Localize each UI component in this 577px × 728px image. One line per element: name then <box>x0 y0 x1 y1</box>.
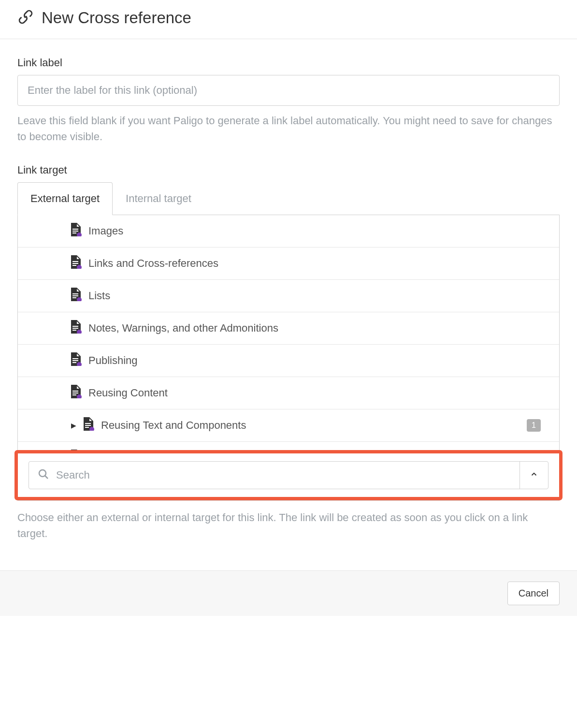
document-icon <box>70 352 82 369</box>
dialog-header: New Cross reference <box>0 0 577 39</box>
cancel-button[interactable]: Cancel <box>507 582 560 605</box>
svg-rect-17 <box>72 360 78 361</box>
document-icon <box>70 223 82 239</box>
svg-rect-21 <box>72 393 78 393</box>
target-tabs: External target Internal target <box>17 182 560 215</box>
svg-rect-10 <box>72 297 76 298</box>
document-icon <box>83 417 94 434</box>
tree-item[interactable]: ▶ Reusing Text and Components 1 <box>18 409 559 442</box>
svg-rect-5 <box>72 263 78 264</box>
svg-rect-26 <box>85 427 89 428</box>
tree-item[interactable]: Images <box>18 215 559 248</box>
svg-rect-9 <box>72 295 78 296</box>
document-icon <box>70 385 82 401</box>
svg-rect-0 <box>72 229 78 230</box>
dialog-title: New Cross reference <box>42 9 191 27</box>
tree-item-label: Publishing <box>88 354 138 367</box>
tree-item[interactable]: Reusing Content <box>18 377 559 409</box>
svg-rect-22 <box>72 394 76 395</box>
tree-item-label: Images <box>88 225 123 237</box>
link-icon <box>17 9 34 27</box>
svg-rect-6 <box>72 265 76 266</box>
svg-line-33 <box>45 476 48 479</box>
tree-item[interactable]: Links and Cross-references <box>18 248 559 280</box>
count-badge: 1 <box>527 419 541 432</box>
svg-rect-4 <box>72 261 78 262</box>
svg-rect-20 <box>72 391 78 392</box>
search-input[interactable] <box>56 469 511 481</box>
tab-internal-target[interactable]: Internal target <box>113 182 204 215</box>
svg-rect-18 <box>72 362 76 363</box>
collapse-button[interactable] <box>519 462 548 489</box>
link-target-label: Link target <box>17 164 560 176</box>
link-target-help: Choose either an external or internal ta… <box>17 510 560 541</box>
svg-rect-14 <box>72 330 76 331</box>
tree-item[interactable]: Publishing <box>18 345 559 377</box>
svg-rect-25 <box>85 425 91 426</box>
tree-item-label: Lists <box>88 290 110 302</box>
target-tree-panel: Images Links and Cross-references Lists <box>17 215 560 501</box>
search-icon <box>38 468 49 482</box>
tree-item-label: Reusing Content <box>88 387 168 399</box>
chevron-up-icon <box>530 470 538 481</box>
search-field[interactable] <box>29 462 519 489</box>
document-icon <box>70 320 82 336</box>
tree-item-label: Links and Cross-references <box>88 257 218 270</box>
document-icon <box>70 450 82 450</box>
tab-external-target[interactable]: External target <box>17 182 113 215</box>
link-label-input[interactable] <box>17 75 560 106</box>
search-highlight <box>14 450 563 500</box>
document-icon <box>70 255 82 272</box>
svg-rect-1 <box>72 231 78 232</box>
expand-caret-icon[interactable]: ▶ <box>71 422 76 429</box>
tree-item[interactable]: Lists <box>18 280 559 312</box>
document-icon <box>70 288 82 304</box>
link-label-help: Leave this field blank if you want Palig… <box>17 113 560 145</box>
tree-item-label: Reusing Text and Components <box>101 419 246 432</box>
link-label-label: Link label <box>17 57 560 69</box>
svg-point-32 <box>39 470 46 477</box>
search-row <box>29 461 548 489</box>
svg-rect-13 <box>72 328 78 329</box>
svg-rect-12 <box>72 326 78 327</box>
dialog-footer: Cancel <box>0 570 577 616</box>
svg-rect-16 <box>72 358 78 359</box>
svg-rect-2 <box>72 233 76 233</box>
svg-rect-8 <box>72 293 78 294</box>
tree-item[interactable]: Notes, Warnings, and other Admonitions <box>18 312 559 345</box>
tree-item-label: Notes, Warnings, and other Admonitions <box>88 322 278 335</box>
tree-item[interactable]: Reusing Topics <box>18 442 559 450</box>
target-tree-scroll[interactable]: Images Links and Cross-references Lists <box>18 215 559 450</box>
svg-rect-24 <box>85 423 91 424</box>
